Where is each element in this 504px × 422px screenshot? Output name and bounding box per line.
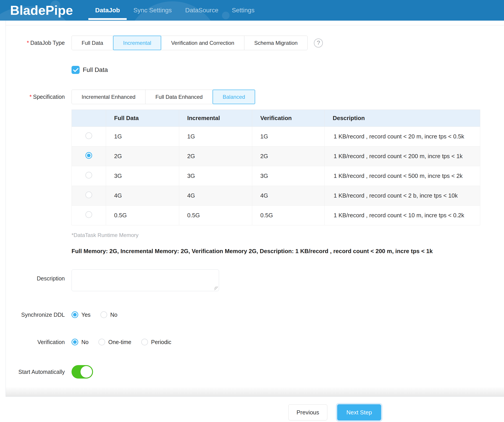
description-input[interactable] [72, 270, 219, 291]
specification-label: *Specification [6, 94, 65, 100]
cell-incremental: 0.5G [179, 206, 252, 225]
cell-full-data: 3G [106, 166, 179, 186]
datajob-type-option-verification-and-correction[interactable]: Verification and Correction [161, 36, 244, 50]
specification-option-full-data-enhanced[interactable]: Full Data Enhanced [145, 90, 213, 104]
start-automatically-row: Start Automatically [6, 365, 504, 379]
spec-row-radio[interactable] [85, 211, 92, 218]
cell-full-data: 2G [106, 147, 179, 166]
verification-option-label: One-time [108, 339, 131, 346]
sync-ddl-option-label: No [110, 311, 118, 318]
specification-row: *Specification Incremental EnhancedFull … [6, 90, 504, 104]
brand-logo: BladePipe [10, 0, 73, 21]
nav-menu: DataJobSync SettingsDataSourceSettings [88, 0, 261, 21]
radio-column-header [72, 110, 106, 127]
synchronize-ddl-label: Synchronize DDL [6, 311, 65, 318]
specification-button-group: Incremental EnhancedFull Data EnhancedBa… [72, 90, 255, 104]
spec-table-row[interactable]: 4G4G4G1 KB/record , record count < 2 b, … [72, 186, 480, 206]
spec-table-row[interactable]: 0.5G0.5G0.5G1 KB/record , record count <… [72, 206, 480, 225]
sync-ddl-option-radio[interactable] [101, 311, 107, 318]
start-automatically-label: Start Automatically [6, 369, 65, 375]
selected-spec-summary: Full Memory: 2G, Incremental Memory: 2G,… [72, 248, 504, 255]
spec-table-row[interactable]: 1G1G1G1 KB/record , record count < 20 m,… [72, 127, 480, 147]
card-top-gap [6, 21, 504, 25]
spec-row-radio-cell [72, 166, 106, 186]
description-textarea-wrap [72, 270, 219, 291]
verification-option-label: No [81, 339, 89, 346]
datajob-type-row: *DataJob Type Full DataIncrementalVerifi… [6, 36, 504, 50]
spec-row-radio[interactable] [85, 192, 92, 198]
column-header-incremental: Incremental [179, 110, 252, 127]
full-data-checkbox-row: Full Data [72, 66, 504, 74]
cell-incremental: 2G [179, 147, 252, 166]
verification-option-radio[interactable] [98, 339, 105, 346]
datajob-type-option-full-data[interactable]: Full Data [72, 36, 113, 50]
datajob-type-option-schema-migration[interactable]: Schema Migration [244, 36, 308, 50]
cell-verification: 1G [252, 127, 325, 147]
synchronize-ddl-radio-group: YesNo [72, 311, 127, 318]
datajob-type-button-group: Full DataIncrementalVerification and Cor… [72, 36, 308, 50]
specification-option-balanced[interactable]: Balanced [213, 90, 255, 104]
wizard-footer: Previous Next Step [0, 397, 504, 420]
cell-description: 1 KB/record , record count < 500 m, incr… [325, 166, 480, 186]
spec-row-radio-cell [72, 147, 106, 166]
verification-option-one-time[interactable]: One-time [98, 339, 131, 346]
column-header-full-data: Full Data [106, 110, 179, 127]
column-header-verification: Verification [252, 110, 325, 127]
verification-option-radio[interactable] [72, 339, 78, 346]
previous-button[interactable]: Previous [288, 404, 327, 420]
spec-row-radio-cell [72, 206, 106, 225]
verification-label: Verification [6, 339, 65, 346]
required-asterisk: * [27, 40, 29, 46]
cell-description: 1 KB/record , record count < 200 m, incr… [325, 147, 480, 166]
sync-ddl-option-radio[interactable] [72, 311, 78, 318]
cell-incremental: 4G [179, 186, 252, 206]
spec-row-radio-cell [72, 127, 106, 147]
cell-description: 1 KB/record , record count < 20 m, incre… [325, 127, 480, 147]
sync-ddl-option-yes[interactable]: Yes [72, 311, 90, 318]
start-automatically-toggle[interactable] [72, 365, 93, 379]
specification-option-incremental-enhanced[interactable]: Incremental Enhanced [72, 90, 145, 104]
nav-item-settings[interactable]: Settings [225, 0, 261, 21]
sync-ddl-option-no[interactable]: No [101, 311, 118, 318]
cell-incremental: 1G [179, 127, 252, 147]
cell-verification: 0.5G [252, 206, 325, 225]
verification-option-no[interactable]: No [72, 339, 89, 346]
cell-verification: 4G [252, 186, 325, 206]
synchronize-ddl-row: Synchronize DDL YesNo [6, 311, 504, 318]
sync-ddl-option-label: Yes [81, 311, 90, 318]
nav-item-sync-settings[interactable]: Sync Settings [127, 0, 179, 21]
nav-item-datasource[interactable]: DataSource [179, 0, 225, 21]
cell-incremental: 3G [179, 166, 252, 186]
verification-radio-group: NoOne-timePeriodic [72, 339, 181, 346]
full-data-checkbox[interactable] [72, 66, 80, 74]
verification-option-periodic[interactable]: Periodic [141, 339, 171, 346]
nav-item-datajob[interactable]: DataJob [88, 0, 126, 21]
next-step-button[interactable]: Next Step [337, 404, 381, 420]
spec-row-radio[interactable] [85, 172, 92, 179]
datatask-runtime-memory-note: *DataTask Runtime Memory [72, 232, 504, 238]
verification-row: Verification NoOne-timePeriodic [6, 339, 504, 346]
cell-description: 1 KB/record , record count < 10 m, incre… [325, 206, 480, 225]
spec-table-row[interactable]: 3G3G3G1 KB/record , record count < 500 m… [72, 166, 480, 186]
verification-option-radio[interactable] [141, 339, 148, 346]
top-nav: BladePipe DataJobSync SettingsDataSource… [0, 0, 504, 21]
full-data-checkbox-label: Full Data [83, 66, 108, 73]
datajob-type-option-incremental[interactable]: Incremental [113, 36, 161, 50]
specification-table: Full DataIncrementalVerificationDescript… [72, 110, 480, 225]
cell-description: 1 KB/record , record count < 2 b, incre … [325, 186, 480, 206]
spec-row-radio[interactable] [85, 132, 92, 139]
help-icon[interactable]: ? [314, 39, 323, 47]
cell-full-data: 1G [106, 127, 179, 147]
cell-full-data: 4G [106, 186, 179, 206]
specification-table-wrap: Full DataIncrementalVerificationDescript… [72, 110, 504, 225]
toggle-knob [80, 366, 92, 378]
spec-row-radio[interactable] [85, 152, 92, 159]
spec-table-row[interactable]: 2G2G2G1 KB/record , record count < 200 m… [72, 147, 480, 166]
cell-full-data: 0.5G [106, 206, 179, 225]
required-asterisk: * [30, 94, 32, 100]
specification-table-header: Full DataIncrementalVerificationDescript… [72, 110, 480, 127]
spec-row-radio-cell [72, 186, 106, 206]
datajob-type-label: *DataJob Type [6, 40, 65, 46]
description-row: Description [6, 270, 504, 291]
card-bottom-fade [6, 387, 504, 397]
